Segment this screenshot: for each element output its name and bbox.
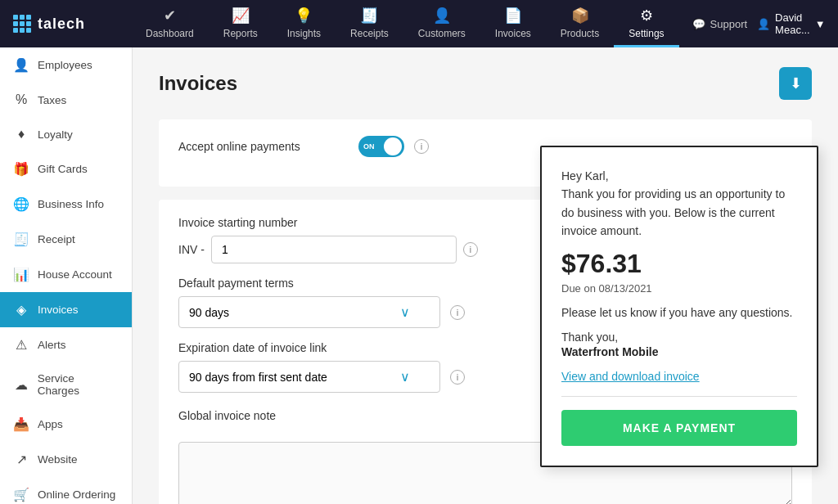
nav-item-customers[interactable]: 👤 Customers xyxy=(403,0,480,47)
alerts-icon: ⚠ xyxy=(13,337,29,353)
expiration-info-icon[interactable]: i xyxy=(450,370,465,385)
online-ordering-icon: 🛒 xyxy=(13,487,29,502)
invoices-icon: 📄 xyxy=(504,7,522,25)
support-button[interactable]: 💬 Support xyxy=(692,18,748,30)
nav-label-receipts: Receipts xyxy=(350,28,389,39)
nav-label-customers: Customers xyxy=(418,28,466,39)
view-download-invoice-link[interactable]: View and download invoice xyxy=(561,370,797,383)
loyalty-icon: ♦ xyxy=(13,127,29,142)
sidebar-item-online-ordering[interactable]: 🛒 Online Ordering xyxy=(0,477,132,504)
payment-terms-chevron-icon: ∨ xyxy=(400,304,410,320)
insights-icon: 💡 xyxy=(295,7,313,25)
support-label: Support xyxy=(710,18,748,30)
accept-payments-controls: ON i xyxy=(358,136,429,157)
logo-text: talech xyxy=(38,16,85,33)
nav-label-reports: Reports xyxy=(223,28,258,39)
sidebar-label-employees: Employees xyxy=(38,59,92,71)
gift-cards-icon: 🎁 xyxy=(13,161,29,177)
nav-item-insights[interactable]: 💡 Insights xyxy=(273,0,336,47)
chevron-down-icon: ▼ xyxy=(815,18,826,30)
invoice-due-date: Due on 08/13/2021 xyxy=(561,282,797,295)
page-title: Invoices xyxy=(159,72,237,95)
accept-payments-info-icon[interactable]: i xyxy=(414,139,429,154)
invoices-sidebar-icon: ◈ xyxy=(13,302,29,317)
reports-icon: 📈 xyxy=(232,7,250,25)
sidebar-item-invoices[interactable]: ◈ Invoices xyxy=(0,292,132,327)
taxes-icon: % xyxy=(13,92,29,107)
sidebar-item-apps[interactable]: 📥 Apps xyxy=(0,407,132,442)
invoice-amount: $76.31 xyxy=(561,249,797,279)
sidebar-item-website[interactable]: ↗ Website xyxy=(0,442,132,477)
sidebar-label-business-info: Business Info xyxy=(38,198,104,210)
invoice-greeting: Hey Karl, Thank you for providing us an … xyxy=(561,167,797,241)
invoice-prefix-label: INV - xyxy=(178,243,205,256)
nav-item-products[interactable]: 📦 Products xyxy=(546,0,614,47)
payment-terms-value: 90 days xyxy=(189,306,229,319)
accept-payments-label: Accept online payments xyxy=(178,140,358,153)
sidebar-label-online-ordering: Online Ordering xyxy=(38,488,115,501)
support-icon: 💬 xyxy=(692,18,705,30)
nav-label-insights: Insights xyxy=(287,28,321,39)
invoice-message: Please let us know if you have any quest… xyxy=(561,306,797,319)
nav-label-invoices: Invoices xyxy=(495,28,531,39)
nav-items: ✔ Dashboard 📈 Reports 💡 Insights 🧾 Recei… xyxy=(131,0,679,47)
dashboard-icon: ✔ xyxy=(164,7,176,25)
business-info-icon: 🌐 xyxy=(13,196,29,212)
apps-icon: 📥 xyxy=(13,416,29,432)
main-header: Invoices ⬇ xyxy=(159,67,812,100)
user-menu-button[interactable]: 👤 David Meac... ▼ xyxy=(757,11,826,36)
invoice-number-info-icon[interactable]: i xyxy=(463,242,478,257)
expiration-value: 90 days from first sent date xyxy=(189,371,327,384)
sidebar-label-service-charges: Service Charges xyxy=(38,372,119,397)
settings-icon: ⚙ xyxy=(640,7,653,25)
payment-terms-info-icon[interactable]: i xyxy=(450,305,465,320)
user-name-label: David Meac... xyxy=(775,11,810,36)
top-nav-right: 💬 Support 👤 David Meac... ▼ xyxy=(679,0,838,47)
expiration-box[interactable]: 90 days from first sent date ∨ xyxy=(178,361,440,393)
sidebar-label-invoices: Invoices xyxy=(38,304,79,316)
sidebar-item-taxes[interactable]: % Taxes xyxy=(0,83,132,117)
nav-item-settings[interactable]: ⚙ Settings xyxy=(614,0,678,47)
sidebar-label-apps: Apps xyxy=(38,418,63,430)
invoice-thanks: Thank you, xyxy=(561,331,797,344)
user-icon: 👤 xyxy=(757,18,770,30)
sidebar: 👤 Employees % Taxes ♦ Loyalty 🎁 Gift Car… xyxy=(0,47,133,504)
sidebar-item-loyalty[interactable]: ♦ Loyalty xyxy=(0,117,132,151)
payment-terms-select[interactable]: 90 days ∨ xyxy=(178,296,440,328)
toggle-on-label: ON xyxy=(363,142,375,151)
nav-item-invoices[interactable]: 📄 Invoices xyxy=(480,0,546,47)
website-icon: ↗ xyxy=(13,452,29,467)
payment-terms-box[interactable]: 90 days ∨ xyxy=(178,296,440,328)
sidebar-item-house-account[interactable]: 📊 House Account xyxy=(0,257,132,292)
sidebar-item-employees[interactable]: 👤 Employees xyxy=(0,47,132,83)
sidebar-item-alerts[interactable]: ⚠ Alerts xyxy=(0,327,132,362)
expiration-select[interactable]: 90 days from first sent date ∨ xyxy=(178,361,440,393)
make-payment-button[interactable]: MAKE A PAYMENT xyxy=(561,410,797,446)
layout: 👤 Employees % Taxes ♦ Loyalty 🎁 Gift Car… xyxy=(0,47,838,504)
sidebar-item-business-info[interactable]: 🌐 Business Info xyxy=(0,187,132,222)
sidebar-item-receipt[interactable]: 🧾 Receipt xyxy=(0,222,132,257)
receipts-icon: 🧾 xyxy=(360,7,378,25)
sidebar-label-house-account: House Account xyxy=(38,268,112,281)
nav-label-products: Products xyxy=(561,28,599,39)
expiration-chevron-icon: ∨ xyxy=(400,369,410,385)
nav-item-receipts[interactable]: 🧾 Receipts xyxy=(336,0,403,47)
invoice-company: Waterfront Mobile xyxy=(561,345,797,358)
sidebar-item-gift-cards[interactable]: 🎁 Gift Cards xyxy=(0,151,132,187)
sidebar-label-loyalty: Loyalty xyxy=(38,128,73,141)
nav-label-settings: Settings xyxy=(628,28,664,39)
sidebar-label-website: Website xyxy=(38,453,78,466)
house-account-icon: 📊 xyxy=(13,267,29,282)
products-icon: 📦 xyxy=(571,7,589,25)
sidebar-label-receipt: Receipt xyxy=(38,233,75,245)
sidebar-label-taxes: Taxes xyxy=(38,94,66,106)
accept-payments-toggle[interactable]: ON xyxy=(358,136,404,157)
invoice-divider xyxy=(561,396,797,397)
export-button[interactable]: ⬇ xyxy=(779,67,812,100)
sidebar-item-service-charges[interactable]: ☁ Service Charges xyxy=(0,362,132,407)
invoice-number-input[interactable] xyxy=(211,236,457,263)
nav-item-reports[interactable]: 📈 Reports xyxy=(209,0,273,47)
sidebar-label-alerts: Alerts xyxy=(38,339,66,351)
nav-item-dashboard[interactable]: ✔ Dashboard xyxy=(131,0,209,47)
top-nav: talech ✔ Dashboard 📈 Reports 💡 Insights … xyxy=(0,0,838,47)
